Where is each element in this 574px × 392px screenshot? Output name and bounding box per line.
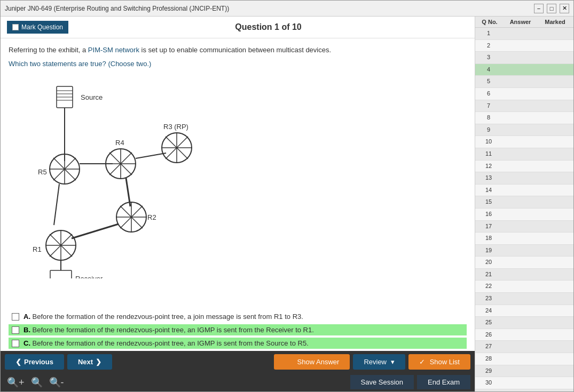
q-answer [502, 100, 538, 112]
q-answer [502, 293, 538, 305]
q-answer [502, 112, 538, 124]
table-row[interactable]: 20 [475, 257, 573, 269]
save-session-button[interactable]: Save Session [350, 375, 414, 389]
table-row[interactable]: 11 [475, 148, 573, 161]
mark-question-button[interactable]: Mark Question [7, 21, 68, 34]
zoom-out-button[interactable]: 🔍- [47, 375, 66, 389]
table-row[interactable]: 6 [475, 88, 573, 100]
window-title: Juniper JN0-649 (Enterprise Routing and … [5, 5, 229, 12]
answer-label-c: C. Before the formation of the rendezvou… [23, 339, 309, 347]
table-row[interactable]: 21 [475, 269, 573, 281]
table-row[interactable]: 4 [475, 64, 573, 76]
close-button[interactable]: ✕ [560, 4, 569, 13]
q-marked [538, 317, 573, 329]
q-answer [502, 124, 538, 136]
zoom-in-button[interactable]: 🔍+ [5, 375, 27, 389]
q-number: 1 [475, 28, 502, 39]
table-row[interactable]: 18 [475, 233, 573, 245]
title-bar: Juniper JN0-649 (Enterprise Routing and … [1, 1, 573, 17]
restore-button[interactable]: □ [547, 4, 556, 13]
table-row[interactable]: 14 [475, 185, 573, 197]
table-row[interactable]: 12 [475, 161, 573, 173]
table-row[interactable]: 2 [475, 40, 573, 52]
show-answer-label: Show Answer [297, 358, 340, 366]
r1-label: R1 [33, 245, 42, 253]
answer-item-a: A. Before the formation of the rendezvou… [9, 311, 467, 322]
q-number: 2 [475, 40, 502, 52]
table-row[interactable]: 26 [475, 329, 573, 341]
review-button[interactable]: Review ▾ [353, 354, 405, 370]
question-title: Question 1 of 10 [68, 22, 468, 32]
question-area: Referring to the exhibit, a PIM-SM netwo… [1, 38, 475, 311]
table-row[interactable]: 19 [475, 245, 573, 257]
table-row[interactable]: 9 [475, 124, 573, 137]
end-exam-button[interactable]: End Exam [417, 375, 470, 389]
svg-line-29 [54, 184, 59, 225]
q-answer [502, 365, 538, 377]
q-answer [502, 233, 538, 244]
q-answer [502, 377, 538, 389]
q-marked [538, 148, 573, 160]
table-row[interactable]: 10 [475, 136, 573, 148]
q-number: 27 [475, 341, 502, 353]
pim-sm-link[interactable]: PIM-SM network [88, 46, 139, 54]
table-row[interactable]: 28 [475, 353, 573, 365]
svg-line-30 [72, 224, 119, 238]
right-panel: Q No. Answer Marked 12345678910111213141… [475, 17, 573, 391]
table-row[interactable]: 1 [475, 28, 573, 40]
q-marked [538, 365, 573, 377]
table-row[interactable]: 23 [475, 293, 573, 305]
table-row[interactable]: 13 [475, 172, 573, 185]
prev-chevron-icon [15, 358, 21, 366]
q-answer [502, 148, 538, 160]
answer-checkbox-a[interactable] [12, 313, 19, 321]
mark-question-label: Mark Question [21, 23, 63, 31]
q-answer [502, 40, 538, 52]
q-answer [502, 28, 538, 39]
q-answer [502, 341, 538, 353]
q-number: 16 [475, 209, 502, 220]
zoom-normal-button[interactable]: 🔍 [29, 375, 45, 389]
q-number: 19 [475, 245, 502, 257]
q-number: 3 [475, 52, 502, 63]
table-row[interactable]: 17 [475, 221, 573, 233]
question-list: 1234567891011121314151617181920212223242… [475, 28, 573, 391]
q-answer [502, 88, 538, 100]
table-row[interactable]: 3 [475, 52, 573, 64]
answer-label-b: B. Before the formation of the rendezvou… [23, 326, 314, 334]
table-row[interactable]: 24 [475, 305, 573, 317]
q-answer [502, 269, 538, 281]
table-row[interactable]: 5 [475, 76, 573, 88]
svg-line-17 [136, 153, 166, 158]
minimize-button[interactable]: − [534, 4, 544, 13]
q-number: 18 [475, 233, 502, 244]
table-row[interactable]: 29 [475, 365, 573, 378]
q-number: 10 [475, 136, 502, 148]
next-button[interactable]: Next [67, 354, 112, 370]
table-row[interactable]: 25 [475, 317, 573, 329]
q-marked [538, 76, 573, 87]
bottom-bar: Previous Next Show Answer Review ▾ ✓ [1, 351, 475, 373]
table-row[interactable]: 27 [475, 341, 573, 353]
previous-button[interactable]: Previous [5, 354, 64, 370]
q-number: 12 [475, 161, 502, 172]
table-row[interactable]: 15 [475, 196, 573, 209]
table-row[interactable]: 16 [475, 209, 573, 221]
table-row[interactable]: 30 [475, 377, 573, 389]
q-answer [502, 161, 538, 172]
answer-checkbox-c[interactable] [12, 340, 19, 347]
q-answer [502, 245, 538, 257]
col-answer: Answer [503, 19, 538, 25]
table-row[interactable]: 8 [475, 112, 573, 124]
q-marked [538, 257, 573, 268]
q-answer [502, 257, 538, 268]
table-row[interactable]: 7 [475, 100, 573, 113]
show-list-button[interactable]: ✓ Show List [408, 354, 470, 370]
q-marked [538, 136, 573, 148]
table-row[interactable]: 22 [475, 281, 573, 293]
show-answer-button[interactable]: Show Answer [274, 354, 350, 370]
question-text: Referring to the exhibit, a PIM-SM netwo… [9, 45, 467, 55]
answer-checkbox-b[interactable] [12, 326, 19, 334]
q-number: 25 [475, 317, 502, 329]
next-chevron-icon [96, 358, 101, 366]
